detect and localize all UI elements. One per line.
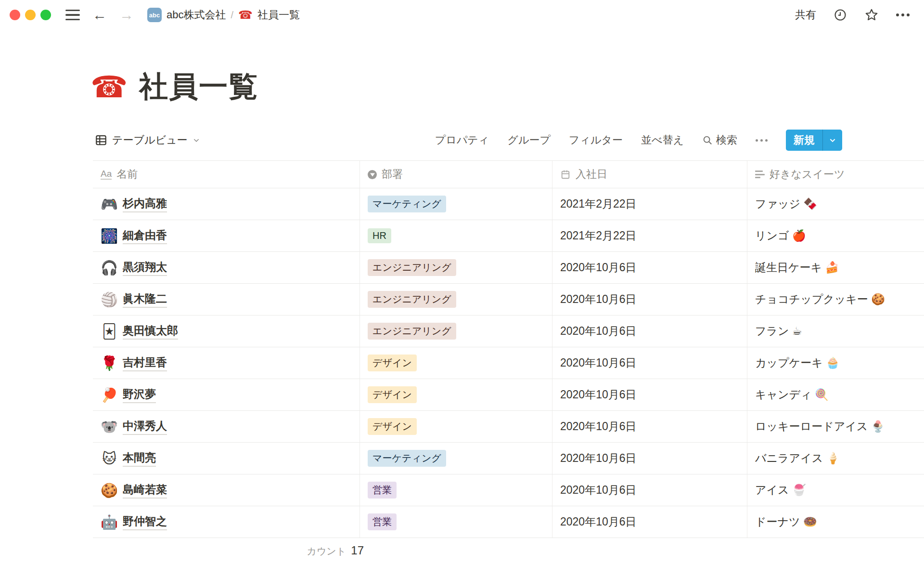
breadcrumb-page[interactable]: 社員一覧 [257, 8, 300, 22]
sweets-cell[interactable]: カップケーキ 🧁 [747, 347, 924, 379]
name-cell[interactable]: 🏐 眞木隆二 [93, 284, 360, 315]
department-cell[interactable]: エンジニアリング [360, 315, 552, 347]
employee-name-link[interactable]: 島崎若菜 [123, 482, 167, 499]
employee-avatar-emoji: 🍪 [101, 482, 118, 499]
name-cell[interactable]: 🐨 中澤秀人 [93, 411, 360, 442]
count-aggregate[interactable]: カウント 17 [93, 544, 364, 558]
minimize-window-button[interactable] [25, 10, 36, 20]
employee-name-link[interactable]: 吉村里香 [123, 355, 167, 371]
employee-name-link[interactable]: 奥田慎太郎 [123, 323, 178, 340]
join-date-value: 2020年10月6日 [560, 292, 637, 307]
sidebar-toggle-icon[interactable] [65, 10, 80, 21]
join-date-cell[interactable]: 2020年10月6日 [552, 379, 747, 410]
new-dropdown-button[interactable] [823, 130, 842, 151]
join-date-cell[interactable]: 2021年2月22日 [552, 188, 747, 220]
group-button[interactable]: グループ [507, 133, 551, 147]
column-header-join-date[interactable]: 入社日 [552, 161, 747, 188]
department-cell[interactable]: デザイン [360, 411, 552, 442]
employee-name-link[interactable]: 中澤秀人 [123, 419, 167, 435]
employee-name-link[interactable]: 黒須翔太 [123, 260, 167, 276]
share-button[interactable]: 共有 [795, 8, 816, 22]
department-cell[interactable]: エンジニアリング [360, 284, 552, 315]
view-toolbar: テーブルビュー プロパティ グループ フィルター 並べ替え 検索 新規 [0, 130, 924, 151]
employee-name-link[interactable]: 細倉由香 [123, 228, 167, 244]
sweets-value: リンゴ 🍎 [755, 228, 806, 243]
zoom-window-button[interactable] [40, 10, 51, 20]
department-cell[interactable]: デザイン [360, 379, 552, 410]
sweets-cell[interactable]: チョコチップクッキー 🍪 [747, 284, 924, 315]
name-cell[interactable]: 🃏 奥田慎太郎 [93, 315, 360, 347]
department-tag: 営業 [368, 482, 397, 499]
join-date-cell[interactable]: 2020年10月6日 [552, 443, 747, 474]
sweets-cell[interactable]: リンゴ 🍎 [747, 220, 924, 251]
column-header-department[interactable]: 部署 [360, 161, 552, 188]
employee-name-link[interactable]: 眞木隆二 [123, 291, 167, 308]
view-more-options-icon[interactable] [756, 139, 768, 142]
column-header-name[interactable]: Aa 名前 [93, 161, 360, 188]
filter-button[interactable]: フィルター [569, 133, 623, 147]
history-clock-icon[interactable] [834, 8, 847, 22]
more-options-icon[interactable] [896, 13, 910, 16]
department-cell[interactable]: マーケティング [360, 443, 552, 474]
sweets-cell[interactable]: キャンディ 🍭 [747, 379, 924, 410]
new-button[interactable]: 新規 [786, 130, 822, 151]
join-date-cell[interactable]: 2020年10月6日 [552, 252, 747, 283]
breadcrumb-workspace[interactable]: abc株式会社 [167, 8, 226, 22]
join-date-cell[interactable]: 2020年10月6日 [552, 506, 747, 538]
search-button[interactable]: 検索 [702, 133, 737, 147]
column-header-sweets[interactable]: 好きなスイーツ [747, 161, 924, 188]
department-cell[interactable]: HR [360, 220, 552, 251]
name-cell[interactable]: 🎧 黒須翔太 [93, 252, 360, 283]
name-cell[interactable]: 🍪 島崎若菜 [93, 474, 360, 506]
employee-name-link[interactable]: 野仲智之 [123, 514, 167, 530]
department-cell[interactable]: 営業 [360, 506, 552, 538]
sort-button[interactable]: 並べ替え [641, 133, 684, 147]
table-view-tab[interactable]: テーブルビュー [95, 133, 200, 147]
name-cell[interactable]: 🏓 野沢夢 [93, 379, 360, 410]
search-icon [702, 135, 713, 145]
sweets-cell[interactable]: ファッジ 🍫 [747, 188, 924, 220]
department-cell[interactable]: デザイン [360, 347, 552, 379]
name-cell[interactable]: 🎮 杉内高雅 [93, 188, 360, 220]
department-cell[interactable]: エンジニアリング [360, 252, 552, 283]
name-cell[interactable]: 🐱 本間亮 [93, 443, 360, 474]
name-cell[interactable]: 🎆 細倉由香 [93, 220, 360, 251]
new-button-group: 新規 [786, 130, 842, 151]
forward-button[interactable]: → [119, 8, 134, 22]
employee-name-link[interactable]: 野沢夢 [123, 387, 156, 403]
sweets-cell[interactable]: フラン ☕ [747, 315, 924, 347]
department-cell[interactable]: 営業 [360, 474, 552, 506]
join-date-cell[interactable]: 2020年10月6日 [552, 347, 747, 379]
sweets-value: チョコチップクッキー 🍪 [755, 292, 885, 307]
back-button[interactable]: ← [92, 8, 107, 22]
sweets-cell[interactable]: アイス 🍧 [747, 474, 924, 506]
department-tag: エンジニアリング [368, 291, 456, 308]
properties-button[interactable]: プロパティ [435, 133, 489, 147]
employee-name-link[interactable]: 杉内高雅 [123, 196, 167, 212]
join-date-cell[interactable]: 2020年10月6日 [552, 474, 747, 506]
chevron-down-icon [192, 136, 200, 144]
join-date-cell[interactable]: 2021年2月22日 [552, 220, 747, 251]
text-property-icon [755, 171, 765, 178]
name-cell[interactable]: 🌹 吉村里香 [93, 347, 360, 379]
join-date-cell[interactable]: 2020年10月6日 [552, 315, 747, 347]
favorite-star-icon[interactable] [864, 8, 879, 22]
employee-name-link[interactable]: 本間亮 [123, 450, 156, 467]
department-cell[interactable]: マーケティング [360, 188, 552, 220]
join-date-value: 2021年2月22日 [560, 228, 637, 243]
page-title[interactable]: 社員一覧 [139, 67, 258, 106]
sweets-value: ドーナツ 🍩 [755, 514, 817, 529]
sweets-cell[interactable]: バニラアイス 🍦 [747, 443, 924, 474]
page-icon[interactable]: ☎ [90, 72, 128, 102]
join-date-cell[interactable]: 2020年10月6日 [552, 411, 747, 442]
name-cell[interactable]: 🤖 野仲智之 [93, 506, 360, 538]
sweets-cell[interactable]: ドーナツ 🍩 [747, 506, 924, 538]
sweets-value: バニラアイス 🍦 [755, 451, 840, 466]
close-window-button[interactable] [10, 10, 20, 20]
join-date-cell[interactable]: 2020年10月6日 [552, 284, 747, 315]
table-row: 🤖 野仲智之 営業 2020年10月6日 ドーナツ 🍩 [93, 506, 924, 538]
sweets-cell[interactable]: ロッキーロードアイス 🍨 [747, 411, 924, 442]
table-row: 🍪 島崎若菜 営業 2020年10月6日 アイス 🍧 [93, 474, 924, 506]
sweets-cell[interactable]: 誕生日ケーキ 🍰 [747, 252, 924, 283]
join-date-value: 2020年10月6日 [560, 260, 637, 275]
